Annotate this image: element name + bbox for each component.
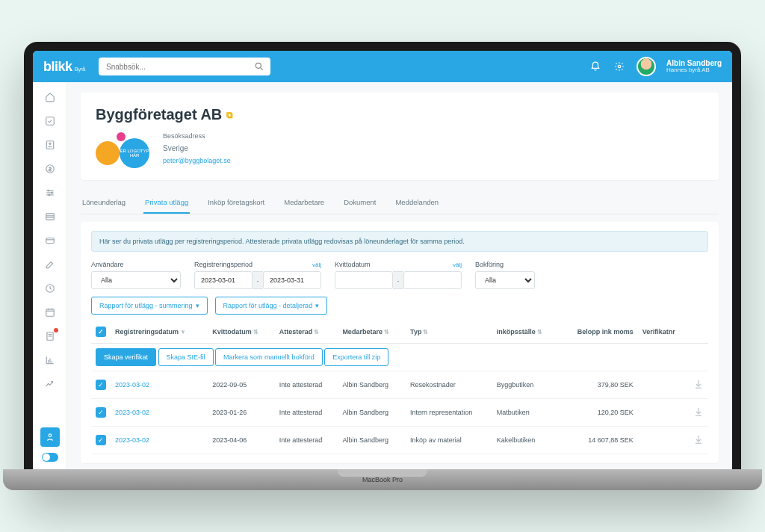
- report-detail-button[interactable]: Rapport för utlägg - detaljerad ▾: [215, 297, 328, 315]
- cell-amount: 120,20 SEK: [559, 399, 638, 427]
- filter-receipt-label: Kvittodatum: [335, 261, 371, 268]
- period-to-input[interactable]: [263, 271, 321, 289]
- cell-amount: 14 607,88 SEK: [559, 427, 638, 454]
- cell-store: Kakelbutiken: [492, 427, 559, 454]
- col-attest[interactable]: Attesterad⇅: [275, 321, 338, 344]
- svg-point-0: [255, 63, 261, 68]
- company-country: Sverige: [163, 144, 231, 152]
- brand-name: blikk: [43, 59, 72, 75]
- avatar[interactable]: [637, 57, 656, 76]
- download-icon[interactable]: [689, 399, 708, 427]
- user-icon[interactable]: [43, 137, 58, 152]
- svg-line-1: [261, 68, 263, 70]
- cell-receipt: 2023-04-06: [208, 427, 274, 454]
- link-icon: ⧉: [226, 110, 233, 120]
- download-icon[interactable]: [689, 371, 708, 399]
- create-sie-button[interactable]: Skapa SIE-fil: [158, 348, 214, 366]
- tab-meddelanden[interactable]: Meddelanden: [394, 192, 440, 214]
- cell-reg: 2023-03-02: [111, 399, 208, 427]
- brand-suffix: Byrå: [75, 66, 85, 72]
- col-verif[interactable]: Verifikatnr: [638, 321, 689, 344]
- search-input[interactable]: [99, 58, 270, 75]
- main-content: Byggföretaget AB ⧉ ER LOGOTYP HÄR Besöks…: [67, 82, 732, 469]
- cell-reg: 2023-03-02: [111, 427, 208, 454]
- cell-amount: 379,80 SEK: [559, 371, 638, 399]
- filter-period-label: Registreringsperiod: [194, 261, 253, 268]
- gear-icon[interactable]: [613, 60, 626, 73]
- info-banner: Här ser du privata utlägg per registreri…: [91, 231, 708, 252]
- svg-point-2: [618, 65, 621, 68]
- cell-receipt: 2023-01-26: [208, 399, 274, 427]
- cell-reg: 2023-03-02: [111, 371, 208, 399]
- clock-icon[interactable]: [43, 281, 58, 296]
- theme-toggle[interactable]: [42, 453, 58, 462]
- col-type[interactable]: Typ⇅: [406, 321, 492, 344]
- cell-verif: [638, 427, 689, 454]
- trend-icon[interactable]: [43, 377, 58, 392]
- mark-manual-button[interactable]: Markera som manuellt bokförd: [215, 348, 323, 366]
- page-title: Byggföretaget AB: [96, 106, 222, 123]
- tab-medarbetare[interactable]: Medarbetare: [282, 192, 326, 214]
- company-card: Byggföretaget AB ⧉ ER LOGOTYP HÄR Besöks…: [81, 93, 719, 180]
- tab-privata-utlägg[interactable]: Privata utlägg: [143, 192, 190, 214]
- table-row[interactable]: ✓ 2023-03-02 2023-04-06 Inte attesterad …: [91, 427, 708, 454]
- cell-attest: Inte attesterad: [275, 399, 338, 427]
- col-receipt[interactable]: Kvittodatum⇅: [208, 321, 274, 344]
- period-from-input[interactable]: [194, 271, 253, 289]
- receipt-from-input[interactable]: [335, 271, 393, 289]
- cell-type: Inköp av material: [406, 427, 492, 454]
- download-icon[interactable]: [689, 427, 708, 454]
- check-icon[interactable]: [43, 114, 58, 129]
- note-icon[interactable]: [43, 329, 58, 344]
- brand-logo: blikk Byrå: [43, 59, 85, 75]
- row-checkbox[interactable]: ✓: [96, 435, 106, 445]
- cell-verif: [638, 371, 689, 399]
- company-logo: ER LOGOTYP HÄR: [96, 132, 149, 167]
- card-icon[interactable]: [43, 233, 58, 248]
- svg-rect-19: [46, 309, 54, 316]
- sidenav: [33, 82, 67, 469]
- user-block[interactable]: Albin Sandberg Hannes byrå AB: [666, 59, 722, 74]
- col-reg[interactable]: Registreringsdatum▼: [111, 321, 208, 344]
- laptop-base: MacBook Pro: [3, 469, 762, 490]
- select-all-checkbox[interactable]: ✓: [96, 327, 106, 337]
- cell-receipt: 2022-09-05: [208, 371, 274, 399]
- chart-icon[interactable]: [43, 353, 58, 368]
- bell-icon[interactable]: [589, 60, 602, 73]
- create-verif-button[interactable]: Skapa verifikat: [96, 348, 156, 366]
- col-amount[interactable]: Belopp ink moms: [559, 321, 638, 344]
- col-store[interactable]: Inköpsställe⇅: [492, 321, 559, 344]
- search-icon[interactable]: [254, 61, 264, 73]
- user-org: Hannes byrå AB: [666, 67, 722, 74]
- export-zip-button[interactable]: Exportera till zip: [324, 348, 388, 366]
- home-icon[interactable]: [43, 90, 58, 105]
- filter-booking-select[interactable]: Alla: [475, 271, 535, 289]
- cell-attest: Inte attesterad: [275, 371, 338, 399]
- company-email[interactable]: peter@byggbolaget.se: [163, 157, 231, 164]
- cell-store: Matbutiken: [492, 399, 559, 427]
- tabs: LöneunderlagPrivata utläggInköp företags…: [81, 192, 719, 214]
- table-row[interactable]: ✓ 2023-03-02 2022-09-05 Inte attesterad …: [91, 371, 708, 399]
- filter-booking-label: Bokföring: [475, 261, 535, 268]
- edit-icon[interactable]: [43, 257, 58, 272]
- cell-employee: Albin Sandberg: [338, 371, 406, 399]
- table-row[interactable]: ✓ 2023-03-02 2023-01-26 Inte attesterad …: [91, 399, 708, 427]
- dollar-icon[interactable]: [43, 161, 58, 176]
- receipt-to-input[interactable]: [403, 271, 462, 289]
- receipt-choose-link[interactable]: välj: [453, 262, 462, 268]
- cell-attest: Inte attesterad: [275, 427, 338, 454]
- row-checkbox[interactable]: ✓: [96, 407, 106, 418]
- calendar-icon[interactable]: [43, 305, 58, 320]
- table-icon[interactable]: [43, 209, 58, 224]
- tab-dokument[interactable]: Dokument: [342, 192, 377, 214]
- tab-löneunderlag[interactable]: Löneunderlag: [81, 192, 127, 214]
- filter-user-select[interactable]: Alla: [91, 271, 181, 289]
- bulk-action-row: Skapa verifikat Skapa SIE-fil Markera so…: [91, 344, 708, 371]
- period-choose-link[interactable]: välj: [312, 262, 321, 268]
- tab-inköp-företagskort[interactable]: Inköp företagskort: [206, 192, 266, 214]
- col-employee[interactable]: Medarbetare⇅: [338, 321, 406, 344]
- sliders-icon[interactable]: [43, 185, 58, 200]
- row-checkbox[interactable]: ✓: [96, 380, 106, 390]
- admin-icon[interactable]: [40, 427, 60, 447]
- report-summary-button[interactable]: Rapport för utlägg - summering ▾: [91, 297, 208, 315]
